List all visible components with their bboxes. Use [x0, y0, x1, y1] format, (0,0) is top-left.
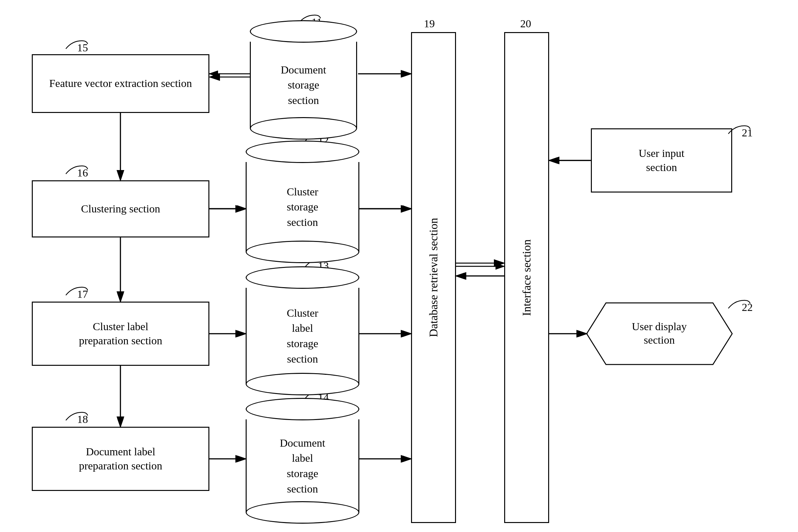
curve-22 — [725, 299, 751, 310]
clustering-label: Clustering section — [81, 202, 160, 216]
interface-section-bar: Interface section — [504, 32, 549, 523]
svg-text:User display: User display — [632, 321, 687, 332]
svg-marker-18 — [587, 303, 732, 364]
user-input-box: User inputsection — [591, 128, 732, 192]
svg-text:section: section — [644, 334, 675, 346]
cluster-storage-label: Clusterstoragesection — [287, 184, 318, 230]
user-display-hex: User display section — [587, 301, 732, 366]
database-retrieval-label: Database retrieval section — [427, 218, 440, 337]
curve-15 — [62, 39, 88, 50]
document-label-storage-label: Documentlabelstoragesection — [280, 435, 325, 496]
document-storage-label: Documentstoragesection — [281, 62, 326, 108]
database-retrieval-bar: Database retrieval section — [411, 32, 456, 523]
document-label-prep-label: Document labelpreparation section — [79, 445, 163, 473]
interface-section-label: Interface section — [520, 240, 533, 316]
cluster-label-storage-cylinder: Clusterlabelstoragesection — [246, 266, 359, 395]
document-label-storage-cylinder: Documentlabelstoragesection — [246, 398, 359, 523]
document-label-prep-box: Document labelpreparation section — [32, 427, 210, 491]
clustering-box: Clustering section — [32, 180, 210, 238]
document-storage-cylinder: Documentstoragesection — [250, 20, 357, 137]
user-input-label: User inputsection — [639, 146, 685, 174]
curve-16 — [62, 164, 88, 175]
diagram: Feature vector extraction section 15 Clu… — [0, 0, 798, 532]
feature-vector-label: Feature vector extraction section — [49, 76, 192, 91]
label-20: 20 — [520, 18, 531, 30]
cluster-storage-cylinder: Clusterstoragesection — [246, 140, 359, 262]
curve-21 — [725, 124, 751, 135]
cluster-label-prep-label: Cluster labelpreparation section — [79, 320, 163, 348]
feature-vector-box: Feature vector extraction section — [32, 54, 210, 113]
curve-17 — [62, 286, 88, 297]
label-19: 19 — [424, 18, 435, 30]
cluster-label-storage-label: Clusterlabelstoragesection — [287, 305, 318, 366]
cluster-label-prep-box: Cluster labelpreparation section — [32, 302, 210, 366]
curve-18 — [62, 411, 88, 422]
